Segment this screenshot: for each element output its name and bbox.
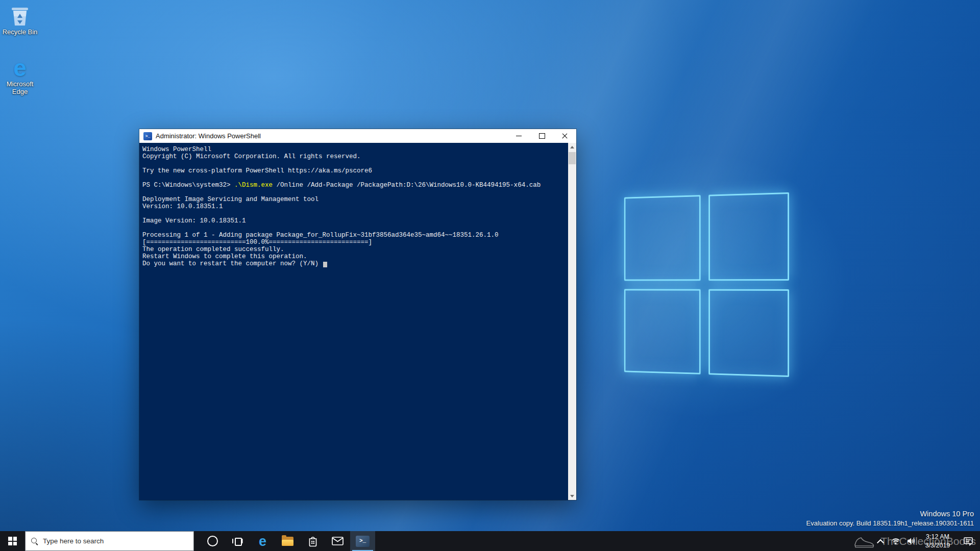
logo-pane xyxy=(624,289,700,374)
terminal-line xyxy=(142,210,567,217)
search-box[interactable] xyxy=(25,531,194,551)
tray-chevron-button[interactable] xyxy=(873,531,888,551)
terminal-line xyxy=(142,189,567,196)
cortana-button[interactable] xyxy=(200,531,225,551)
powershell-icon-glyph: >_ xyxy=(359,538,366,544)
windows-logo-wallpaper xyxy=(624,192,789,377)
network-button[interactable] xyxy=(888,531,903,551)
command-text: .\Dism.exe xyxy=(234,182,273,189)
tray-date: 3/3/2019 xyxy=(925,541,950,549)
terminal-line xyxy=(142,160,567,167)
window-controls xyxy=(507,129,576,143)
network-icon xyxy=(891,537,900,545)
desktop-icon-label: Microsoft Edge xyxy=(0,81,40,96)
system-tray: 3:12 AM 3/3/2019 xyxy=(873,531,980,551)
powershell-icon-glyph: >_ xyxy=(145,134,151,138)
task-view-icon xyxy=(232,537,243,545)
restart-question-text: Do you want to restart the computer now?… xyxy=(142,260,323,267)
task-view-button[interactable] xyxy=(225,531,250,551)
minimize-button[interactable] xyxy=(507,129,530,143)
scrollbar-thumb[interactable] xyxy=(569,152,576,164)
file-explorer-button[interactable] xyxy=(275,531,300,551)
terminal-line-prompt: Do you want to restart the computer now?… xyxy=(142,260,567,267)
winver-edition: Windows 10 Pro xyxy=(806,509,974,519)
search-icon xyxy=(31,537,39,545)
powershell-icon: >_ xyxy=(356,536,370,547)
terminal-line: Restart Windows to complete this operati… xyxy=(142,253,567,260)
scroll-down-button[interactable] xyxy=(568,492,576,500)
scrollbar[interactable] xyxy=(568,143,576,500)
cortana-icon xyxy=(207,536,218,546)
logo-pane xyxy=(708,289,789,377)
terminal-line-command: PS C:\Windows\system32> .\Dism.exe /Onli… xyxy=(142,182,567,189)
terminal-progress-bar: [==========================100.0%=======… xyxy=(142,239,567,246)
windows-logo-icon xyxy=(8,537,17,545)
command-args: /Online /Add-Package /PackagePath:D:\26\… xyxy=(273,182,541,189)
file-explorer-icon xyxy=(282,537,293,546)
terminal-line xyxy=(142,224,567,232)
volume-icon xyxy=(906,537,916,545)
close-button[interactable] xyxy=(553,129,576,143)
search-input[interactable] xyxy=(39,537,193,545)
logo-pane xyxy=(624,195,700,281)
edge-taskbar-button[interactable]: e xyxy=(250,531,275,551)
action-center-icon xyxy=(964,537,973,546)
prompt-text: PS C:\Windows\system32> xyxy=(142,182,234,189)
chevron-up-icon xyxy=(877,539,884,546)
mail-button[interactable] xyxy=(325,531,350,551)
terminal-line: Try the new cross-platform PowerShell ht… xyxy=(142,167,567,174)
desktop-icon-label: Recycle Bin xyxy=(3,29,38,36)
terminal-line: Windows PowerShell xyxy=(142,146,567,153)
powershell-taskbar-button[interactable]: >_ xyxy=(350,531,375,551)
scroll-up-icon xyxy=(570,146,574,148)
scroll-up-button[interactable] xyxy=(568,143,576,151)
minimize-icon xyxy=(516,136,522,137)
action-center-button[interactable] xyxy=(957,537,980,546)
terminal-line: Copyright (C) Microsoft Corporation. All… xyxy=(142,153,567,160)
edge-icon: e xyxy=(13,57,27,79)
powershell-window: >_ Administrator: Windows PowerShell Win… xyxy=(139,129,576,500)
terminal-line: Deployment Image Servicing and Managemen… xyxy=(142,196,567,203)
powershell-icon: >_ xyxy=(143,132,152,140)
console-output[interactable]: Windows PowerShell Copyright (C) Microso… xyxy=(139,143,568,500)
terminal-line: The operation completed successfully. xyxy=(142,246,567,253)
text-cursor xyxy=(323,262,327,267)
store-icon xyxy=(308,535,318,547)
terminal-line: Version: 10.0.18351.1 xyxy=(142,203,567,210)
maximize-button[interactable] xyxy=(530,129,553,143)
volume-button[interactable] xyxy=(903,531,919,551)
mail-icon xyxy=(332,537,344,545)
winver-watermark: Windows 10 Pro Evaluation copy. Build 18… xyxy=(806,509,974,528)
tray-time: 3:12 AM xyxy=(926,533,949,541)
desktop-icon-recycle-bin[interactable]: Recycle Bin xyxy=(0,5,40,36)
logo-pane xyxy=(708,192,789,281)
window-title: Administrator: Windows PowerShell xyxy=(156,132,507,140)
scroll-down-icon xyxy=(570,495,574,497)
clock[interactable]: 3:12 AM 3/3/2019 xyxy=(919,531,957,551)
titlebar[interactable]: >_ Administrator: Windows PowerShell xyxy=(139,129,576,143)
edge-icon: e xyxy=(259,535,266,547)
recycle-bin-icon xyxy=(11,5,29,27)
store-button[interactable] xyxy=(300,531,325,551)
terminal-line: Processing 1 of 1 - Adding package Packa… xyxy=(142,232,567,239)
terminal-line: Image Version: 10.0.18351.1 xyxy=(142,217,567,224)
taskbar: e >_ xyxy=(0,531,980,551)
start-button[interactable] xyxy=(0,531,25,551)
winver-build: Evaluation copy. Build 18351.19h1_releas… xyxy=(806,519,974,528)
terminal-line xyxy=(142,174,567,182)
desktop-icon-microsoft-edge[interactable]: e Microsoft Edge xyxy=(0,57,40,96)
maximize-icon xyxy=(539,133,545,139)
